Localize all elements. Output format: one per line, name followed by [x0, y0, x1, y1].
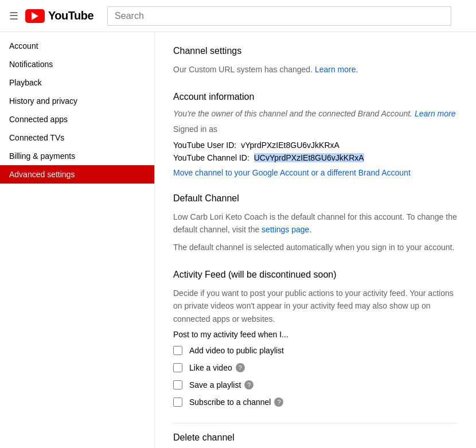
help-icon-subscribe[interactable]: ?	[274, 398, 283, 407]
default-channel-section: Default Channel Low Carb Lori Keto Coach…	[173, 193, 458, 254]
checkbox-subscribe[interactable]	[173, 398, 182, 407]
channel-id-value: UCvYprdPXzIEt8GU6vJkKRxA	[254, 153, 364, 162]
help-icon-save[interactable]: ?	[244, 380, 253, 389]
activity-feed-section: Activity Feed (will be discontinued soon…	[173, 270, 458, 407]
sidebar-label-notifications: Notifications	[9, 60, 53, 69]
checkbox-label-like: Like a video	[189, 363, 232, 372]
sidebar-item-connected-tvs[interactable]: Connected TVs	[0, 128, 154, 147]
sidebar-label-billing-payments: Billing & payments	[9, 151, 75, 161]
account-info-title: Account information	[173, 92, 458, 102]
layout: Account Notifications Playback History a…	[0, 32, 476, 448]
youtube-logo-icon	[25, 9, 45, 23]
sidebar-label-history-privacy: History and privacy	[9, 96, 77, 106]
delete-channel-section: Delete channel	[173, 423, 458, 443]
custom-url-learn-more-link[interactable]: Learn more.	[315, 65, 358, 74]
channel-settings-title: Channel settings	[173, 46, 458, 56]
signed-in-as-label: Signed in as	[173, 123, 458, 135]
channel-settings-section: Channel settings Our Custom URL system h…	[173, 46, 458, 76]
move-channel-link[interactable]: Move channel to your Google Account or a…	[173, 168, 411, 177]
sidebar-label-connected-tvs: Connected TVs	[9, 133, 64, 142]
channel-id-row: YouTube Channel ID: UCvYprdPXzIEt8GU6vJk…	[173, 153, 458, 162]
sidebar-item-billing-payments[interactable]: Billing & payments	[0, 147, 154, 165]
checkbox-item-subscribe: Subscribe to a channel ?	[173, 398, 458, 407]
account-info-section: Account information You're the owner of …	[173, 92, 458, 177]
default-channel-title: Default Channel	[173, 193, 458, 204]
account-owner-text: You're the owner of this channel and the…	[173, 109, 458, 118]
sidebar-item-connected-apps[interactable]: Connected apps	[0, 110, 154, 128]
sidebar-label-playback: Playback	[9, 78, 42, 87]
sidebar-item-playback[interactable]: Playback	[0, 73, 154, 92]
checkbox-label-save: Save a playlist	[189, 380, 241, 389]
hamburger-icon[interactable]: ☰	[9, 10, 18, 22]
sidebar-label-advanced-settings: Advanced settings	[9, 170, 75, 179]
checkbox-add-video[interactable]	[173, 346, 182, 355]
sidebar-item-advanced-settings[interactable]: Advanced settings	[0, 165, 154, 184]
channel-settings-text: Our Custom URL system has changed. Learn…	[173, 63, 458, 76]
checkbox-item-save: Save a playlist ?	[173, 380, 458, 389]
checkbox-item-like: Like a video ?	[173, 363, 458, 372]
default-channel-settings-link[interactable]: settings page.	[262, 225, 311, 234]
checkbox-like-video[interactable]	[173, 363, 182, 372]
checkbox-save-playlist[interactable]	[173, 380, 182, 389]
default-channel-desc2: The default channel is selected automati…	[173, 241, 458, 254]
header: ☰ YouTube	[0, 0, 476, 32]
search-input[interactable]	[107, 6, 451, 26]
checkbox-label-playlist: Add video to public playlist	[189, 346, 284, 355]
youtube-logo[interactable]: YouTube	[25, 9, 93, 23]
sidebar-item-account[interactable]: Account	[0, 37, 154, 55]
sidebar-item-history-privacy[interactable]: History and privacy	[0, 92, 154, 110]
account-learn-more-link[interactable]: Learn more	[415, 109, 456, 118]
activity-feed-title: Activity Feed (will be discontinued soon…	[173, 270, 458, 280]
default-channel-desc1: Low Carb Lori Keto Coach is the default …	[173, 211, 458, 236]
checkbox-group: Add video to public playlist Like a vide…	[173, 346, 458, 407]
checkbox-item-playlist: Add video to public playlist	[173, 346, 458, 355]
help-icon-like[interactable]: ?	[236, 363, 245, 372]
delete-channel-divider	[173, 423, 458, 423]
delete-channel-title: Delete channel	[173, 433, 458, 443]
main-content: Channel settings Our Custom URL system h…	[155, 32, 476, 448]
checkbox-label-subscribe: Subscribe to a channel	[189, 398, 271, 407]
user-id-row: YouTube User ID: vYprdPXzIEt8GU6vJkKRxA	[173, 141, 458, 150]
sidebar: Account Notifications Playback History a…	[0, 32, 155, 448]
logo-text: YouTube	[48, 9, 93, 22]
user-id-value: vYprdPXzIEt8GU6vJkKRxA	[241, 141, 340, 150]
sidebar-label-connected-apps: Connected apps	[9, 115, 68, 124]
sidebar-item-notifications[interactable]: Notifications	[0, 55, 154, 73]
activity-feed-description: Decide if you want to post your public a…	[173, 287, 458, 325]
sidebar-label-account: Account	[9, 41, 38, 50]
post-label: Post to my activity feed when I...	[173, 330, 458, 339]
